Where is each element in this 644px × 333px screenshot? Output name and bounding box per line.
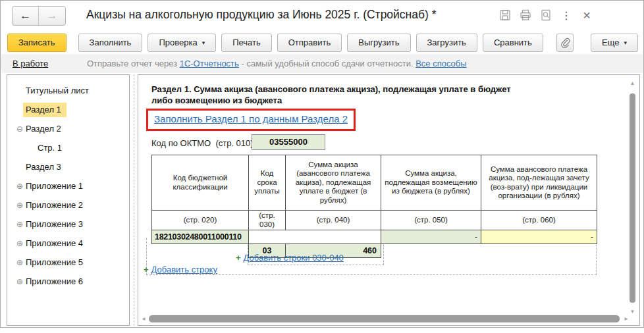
status-text: - самый удобный способ сдачи отчетности. [239, 59, 416, 68]
more-button[interactable]: Еще▾ [591, 34, 638, 52]
sidebar-item-label: Приложение 6 [23, 274, 88, 289]
fill-button[interactable]: Заполнить [78, 34, 143, 52]
col-subheader: (стр. 030) [249, 211, 286, 230]
oktmo-field[interactable]: 03555000 [252, 134, 325, 150]
sidebar-item-section2[interactable]: ⊖ Раздел 2 [7, 119, 129, 138]
back-button[interactable]: ← [13, 7, 39, 25]
panel-splitter[interactable] [134, 74, 134, 326]
sidebar-item-label: Приложение 5 [23, 255, 88, 270]
attachments-button[interactable] [556, 34, 574, 52]
highlight-red-box: Заполнить Раздел 1 по данным Раздела 2 [146, 109, 356, 131]
add-rows-link[interactable]: Добавить строки 030-040 [244, 253, 344, 263]
app-window: ← → Акцизы на алкогольную продукцию за И… [0, 0, 644, 328]
scroll-right-icon[interactable]: ► [624, 316, 629, 322]
save-button[interactable]: Записать [7, 34, 67, 52]
forward-arrow-icon: → [47, 9, 58, 22]
col-header-refund: Сумма акциза, подлежащая возмещению из б… [381, 155, 481, 211]
refund-cell[interactable]: - [381, 230, 481, 244]
plus-icon: + [144, 265, 149, 274]
sidebar-item-appendix4[interactable]: ⊕ Приложение 4 [7, 234, 129, 253]
more-menu-icon[interactable]: ⋮ [559, 8, 574, 22]
check-button-label: Проверка [159, 38, 197, 47]
status-bar: В работе Отправьте отчет через 1С-Отчетн… [1, 54, 643, 73]
add-rows-030-040: +Добавить строки 030-040 [236, 253, 344, 263]
scroll-left-icon[interactable]: ◄ [141, 316, 146, 322]
status-message: Отправьте отчет через 1С-Отчетность - са… [87, 59, 467, 68]
send-button-label: Отправить [288, 38, 331, 47]
nav-history-group: ← → [12, 6, 66, 26]
title-bar: ← → Акцизы на алкогольную продукцию за И… [1, 1, 643, 31]
import-button[interactable]: Загрузить [416, 34, 477, 52]
more-button-label: Еще [602, 38, 619, 47]
add-row-link[interactable]: Добавить строку [151, 265, 217, 274]
sidebar-item-section2-page1[interactable]: Стр. 1 [7, 138, 129, 157]
check-button[interactable]: Проверка▾ [148, 34, 216, 52]
status-text: Отправьте отчет через [87, 59, 180, 68]
table-row: 18210302480011000110 - - [152, 230, 597, 244]
sidebar-item-title-page[interactable]: Титульный лист [7, 81, 129, 100]
sidebar-item-label: Приложение 4 [23, 236, 88, 251]
col-subheader: (стр. 050) [381, 211, 481, 230]
kbk-cell[interactable]: 18210302480011000110 [152, 230, 249, 244]
export-button[interactable]: Выгрузить [347, 34, 410, 52]
section-heading: Раздел 1. Сумма акциза (авансового плате… [151, 84, 511, 106]
compare-button[interactable]: Сравнить [483, 34, 543, 52]
export-button-label: Выгрузить [358, 38, 399, 47]
plus-icon: + [236, 253, 241, 263]
section-heading-line1: Раздел 1. Сумма акциза (авансового плате… [151, 84, 511, 95]
sidebar-item-appendix5[interactable]: ⊕ Приложение 5 [7, 253, 129, 272]
oktmo-label: Код по ОКТМО (стр. 010) [151, 138, 254, 148]
preview-icon[interactable] [539, 8, 553, 22]
scroll-up-icon[interactable]: ▲ [629, 80, 636, 86]
vertical-scroll-thumb[interactable] [630, 93, 635, 303]
offset-cell[interactable]: - [481, 230, 597, 244]
send-button[interactable]: Отправить [277, 34, 342, 52]
kebab-glyph: ⋮ [561, 9, 572, 22]
save-icon[interactable] [498, 8, 512, 22]
import-button-label: Загрузить [427, 38, 466, 47]
all-methods-link[interactable]: Все способы [416, 59, 466, 68]
sidebar-item-appendix2[interactable]: ⊕ Приложение 2 [7, 195, 129, 215]
print-button-label: Печать [232, 38, 261, 47]
horizontal-scrollbar[interactable]: ◄ ► [141, 315, 629, 323]
sidebar-item-label: Приложение 3 [23, 217, 88, 232]
chevron-down-icon: ▾ [202, 39, 205, 46]
empty-cell [481, 244, 597, 258]
col-header-payable: Сумма акциза (авансового платежа акциза)… [286, 155, 381, 211]
sidebar-item-label: Стр. 1 [35, 141, 67, 155]
toolbar: Записать Заполнить Проверка▾ Печать Отпр… [1, 32, 643, 53]
table-subrow: 03 460 [152, 244, 597, 258]
col-header-offset: Сумма авансового платежа акциза, под-леж… [481, 155, 597, 211]
section1-panel: Раздел 1. Сумма акциза (авансового плате… [138, 74, 640, 326]
back-arrow-icon: ← [20, 9, 31, 22]
close-glyph: × [583, 9, 591, 22]
chevron-down-icon: ▾ [624, 39, 627, 46]
scroll-down-icon[interactable]: ▼ [629, 309, 636, 315]
sidebar-item-section1[interactable]: Раздел 1 [7, 100, 129, 119]
sections-tree: Титульный лист Раздел 1 ⊖ Раздел 2 Стр. … [7, 74, 130, 326]
print-icon[interactable] [518, 8, 533, 22]
horizontal-scroll-thumb[interactable] [149, 315, 620, 322]
sidebar-item-appendix6[interactable]: ⊕ Приложение 6 [7, 272, 129, 291]
service-link[interactable]: 1С-Отчетность [180, 59, 239, 68]
col-subheader: (стр. 040) [286, 211, 381, 230]
sidebar-item-label: Раздел 3 [23, 160, 67, 174]
close-icon[interactable]: × [579, 8, 594, 22]
fill-section1-link[interactable]: Заполнить Раздел 1 по данным Раздела 2 [154, 113, 348, 124]
sidebar-item-label-selected: Раздел 1 [23, 103, 67, 117]
sidebar-item-appendix1[interactable]: ⊕ Приложение 1 [7, 176, 129, 195]
col-header-term: Код срока уплаты [249, 155, 286, 211]
save-button-label: Записать [18, 38, 55, 47]
print-button[interactable]: Печать [221, 34, 272, 52]
vertical-scrollbar[interactable]: ▲ ▼ [629, 80, 636, 315]
term-payable-group-cell [249, 230, 381, 244]
forward-button[interactable]: → [39, 7, 65, 25]
empty-cell [152, 244, 249, 258]
page-title: Акцизы на алкогольную продукцию за Июнь … [86, 8, 437, 22]
sidebar-item-appendix3[interactable]: ⊕ Приложение 3 [7, 215, 129, 234]
empty-cell [381, 244, 481, 258]
report-state-link[interactable]: В работе [13, 59, 48, 68]
sidebar-item-section3[interactable]: Раздел 3 [7, 157, 129, 176]
sidebar-item-label: Титульный лист [23, 84, 94, 98]
col-subheader: (стр. 020) [152, 211, 249, 230]
